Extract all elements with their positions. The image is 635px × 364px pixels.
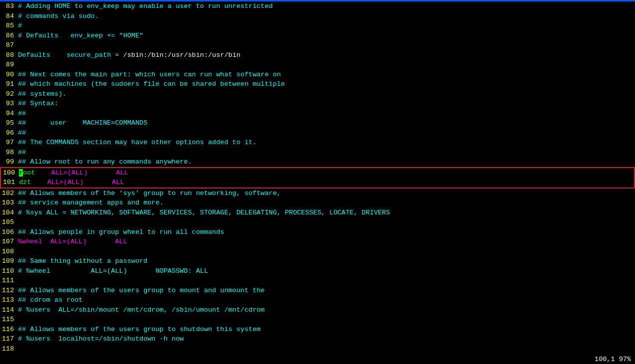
line-115: 115 bbox=[0, 315, 635, 325]
line-92: 92## systems). bbox=[0, 89, 635, 99]
line-number: 110 bbox=[0, 266, 18, 276]
line-number: 94 bbox=[0, 109, 18, 119]
line-111: 111 bbox=[0, 276, 635, 286]
line-number: 113 bbox=[0, 295, 18, 305]
line-text: ## bbox=[18, 128, 26, 138]
line-text: ## service management apps and more. bbox=[18, 198, 164, 208]
line-number: 115 bbox=[0, 315, 18, 325]
line-90: 90## Next comes the main part: which use… bbox=[0, 70, 635, 80]
line-text: ## Allows members of the 'sys' group to … bbox=[18, 188, 281, 198]
line-100: 100root ALL=(ALL) ALL bbox=[1, 168, 634, 178]
line-number: 104 bbox=[0, 208, 18, 218]
line-89: 89 bbox=[0, 60, 635, 70]
highlighted-block: 100root ALL=(ALL) ALL101dzt ALL=(ALL) AL… bbox=[0, 167, 635, 188]
line-text: dzt ALL=(ALL) ALL bbox=[19, 178, 124, 187]
line-114: 114# %users ALL=/sbin/mount /mnt/cdrom, … bbox=[0, 305, 635, 315]
line-85: 85# bbox=[0, 21, 635, 31]
top-border bbox=[0, 0, 635, 1]
line-95: 95## user MACHINE=COMMANDS bbox=[0, 118, 635, 128]
line-number: 97 bbox=[0, 138, 18, 148]
line-number: 118 bbox=[0, 344, 18, 354]
line-text: ## Syntax: bbox=[18, 99, 58, 109]
line-number: 116 bbox=[0, 325, 18, 335]
editor: 83# Adding HOME to env_keep may enable a… bbox=[0, 0, 635, 364]
line-88: 88Defaults secure_path = /sbin:/bin:/usr… bbox=[0, 50, 635, 60]
line-93: 93## Syntax: bbox=[0, 99, 635, 109]
line-text: # Defaults env_keep += "HOME" bbox=[18, 31, 143, 41]
line-105: 105 bbox=[0, 217, 635, 227]
line-110: 110# %wheel ALL=(ALL) NOPASSWD: ALL bbox=[0, 266, 635, 276]
line-86: 86# Defaults env_keep += "HOME" bbox=[0, 31, 635, 41]
line-number: 85 bbox=[0, 21, 18, 31]
line-text: # %users localhost=/sbin/shutdown -h now bbox=[18, 334, 184, 344]
line-number: 106 bbox=[0, 227, 18, 237]
line-103: 103## service management apps and more. bbox=[0, 198, 635, 208]
line-108: 108 bbox=[0, 247, 635, 257]
line-number: 101 bbox=[1, 178, 19, 187]
line-117: 117# %users localhost=/sbin/shutdown -h … bbox=[0, 334, 635, 344]
line-text: ## Allows members of the users group to … bbox=[18, 286, 265, 296]
line-text: ## Allows members of the users group to … bbox=[18, 325, 261, 335]
line-number: 95 bbox=[0, 118, 18, 128]
line-text: # bbox=[18, 21, 22, 31]
line-107: 107%wheel ALL=(ALL) ALL bbox=[0, 237, 635, 247]
line-102: 102## Allows members of the 'sys' group … bbox=[0, 188, 635, 198]
line-116: 116## Allows members of the users group … bbox=[0, 325, 635, 335]
line-number: 108 bbox=[0, 247, 18, 257]
line-87: 87 bbox=[0, 40, 635, 50]
line-number: 83 bbox=[0, 1, 18, 11]
line-text: %wheel ALL=(ALL) ALL bbox=[18, 237, 127, 247]
line-99: 99## Allow root to run any commands anyw… bbox=[0, 157, 635, 167]
line-109: 109## Same thing without a password bbox=[0, 256, 635, 266]
line-number: 102 bbox=[0, 188, 18, 198]
line-number: 114 bbox=[0, 305, 18, 315]
line-number: 109 bbox=[0, 256, 18, 266]
line-text: ## bbox=[18, 109, 26, 119]
line-number: 93 bbox=[0, 99, 18, 109]
line-number: 88 bbox=[0, 50, 18, 60]
line-number: 90 bbox=[0, 70, 18, 80]
line-104: 104# %sys ALL = NETWORKING, SOFTWARE, SE… bbox=[0, 208, 635, 218]
scroll-percent: 97% bbox=[619, 356, 631, 363]
line-number: 91 bbox=[0, 79, 18, 89]
line-94: 94## bbox=[0, 109, 635, 119]
code-view: 83# Adding HOME to env_keep may enable a… bbox=[0, 1, 635, 354]
line-number: 105 bbox=[0, 217, 18, 227]
line-84: 84# commands via sudo. bbox=[0, 11, 635, 21]
line-number: 96 bbox=[0, 128, 18, 138]
line-text: ## The COMMANDS section may have other o… bbox=[18, 138, 257, 148]
line-text: # Adding HOME to env_keep may enable a u… bbox=[18, 1, 273, 11]
line-text: ## cdrom as root bbox=[18, 295, 83, 305]
line-number: 100 bbox=[1, 168, 19, 178]
line-text: # %users ALL=/sbin/mount /mnt/cdrom, /sb… bbox=[18, 305, 265, 315]
line-text: ## which machines (the sudoers file can … bbox=[18, 79, 285, 89]
line-number: 84 bbox=[0, 11, 18, 21]
line-number: 99 bbox=[0, 157, 18, 167]
line-text: Defaults secure_path = /sbin:/bin:/usr/s… bbox=[18, 50, 241, 60]
line-text: ## bbox=[18, 148, 26, 158]
line-text: ## Same thing without a password bbox=[18, 256, 147, 266]
line-text: ## Allows people in group wheel to run a… bbox=[18, 227, 224, 237]
line-106: 106## Allows people in group wheel to ru… bbox=[0, 227, 635, 237]
line-text: ## Allow root to run any commands anywhe… bbox=[18, 157, 192, 167]
line-number: 98 bbox=[0, 148, 18, 158]
line-118: 118 bbox=[0, 344, 635, 354]
statusbar: 100,1 97% bbox=[591, 355, 635, 364]
line-text: # %sys ALL = NETWORKING, SOFTWARE, SERVI… bbox=[18, 208, 390, 218]
cursor: r bbox=[19, 169, 23, 177]
line-number: 112 bbox=[0, 286, 18, 296]
cursor-position: 100,1 bbox=[595, 356, 615, 363]
line-number: 89 bbox=[0, 60, 18, 70]
line-text: ## user MACHINE=COMMANDS bbox=[18, 118, 147, 128]
line-text: ## Next comes the main part: which users… bbox=[18, 70, 281, 80]
line-text: # %wheel ALL=(ALL) NOPASSWD: ALL bbox=[18, 266, 208, 276]
line-83: 83# Adding HOME to env_keep may enable a… bbox=[0, 1, 635, 11]
line-text: root ALL=(ALL) ALL bbox=[19, 168, 128, 178]
line-text: # commands via sudo. bbox=[18, 11, 99, 21]
line-number: 111 bbox=[0, 276, 18, 286]
line-113: 113## cdrom as root bbox=[0, 295, 635, 305]
line-number: 92 bbox=[0, 89, 18, 99]
line-112: 112## Allows members of the users group … bbox=[0, 286, 635, 296]
line-number: 117 bbox=[0, 334, 18, 344]
line-number: 87 bbox=[0, 40, 18, 50]
